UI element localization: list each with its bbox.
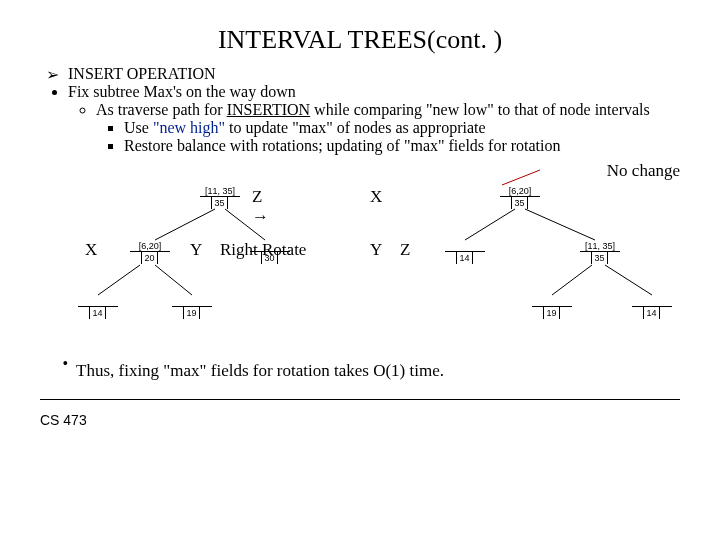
- node-interval: [632, 295, 672, 307]
- z-label: Z: [252, 187, 262, 207]
- new-high: "new high": [153, 119, 225, 136]
- node-max: 19: [544, 307, 560, 319]
- text: Use: [124, 119, 153, 136]
- left-root-node: [11, 35] 35: [200, 185, 240, 209]
- node-interval: [78, 295, 118, 307]
- svg-line-6: [552, 265, 592, 295]
- left-y-node: [6,20] 20: [130, 240, 170, 264]
- node-interval: [6,20]: [130, 240, 170, 252]
- bullet-dot: •: [40, 355, 76, 381]
- text: while comparing "new low" to that of nod…: [310, 101, 650, 118]
- node-interval: [11, 35]: [200, 185, 240, 197]
- svg-line-5: [525, 209, 595, 240]
- y-label-left: Y: [190, 240, 202, 260]
- bullet-use-new-high: Use "new high" to update "max" of nodes …: [124, 119, 680, 137]
- no-change-label: No change: [607, 161, 680, 181]
- right-leaf-19: 19: [532, 295, 572, 319]
- bullet-traverse: As traverse path for INSERTION while com…: [96, 101, 680, 119]
- svg-line-2: [98, 265, 140, 295]
- x-label-right: X: [370, 187, 382, 207]
- bullet-list: INSERT OPERATION Fix subtree Max's on th…: [40, 65, 680, 155]
- right-z-node: [11, 35] 35: [580, 240, 620, 264]
- footer: CS 473: [40, 399, 680, 428]
- text: to update "max" of nodes as appropriate: [225, 119, 486, 136]
- node-max: 30: [262, 252, 278, 264]
- node-max: 35: [212, 197, 228, 209]
- node-max: 35: [512, 197, 528, 209]
- node-interval: [532, 295, 572, 307]
- svg-line-3: [155, 265, 192, 295]
- node-interval: [172, 295, 212, 307]
- right-leaf-14b: 14: [632, 295, 672, 319]
- svg-line-7: [605, 265, 652, 295]
- node-interval: [445, 240, 485, 252]
- page-title: INTERVAL TREES(cont. ): [40, 25, 680, 55]
- y-label-right: Y: [370, 240, 382, 260]
- bullet-insert-op: INSERT OPERATION: [68, 65, 680, 83]
- svg-line-0: [155, 209, 215, 240]
- text: As traverse path for: [96, 101, 227, 118]
- svg-line-8: [502, 170, 540, 185]
- node-max: 35: [592, 252, 608, 264]
- node-interval: [250, 240, 290, 252]
- right-root-node: [6,20] 35: [500, 185, 540, 209]
- right-leaf-14: 14: [445, 240, 485, 264]
- x-label-left: X: [85, 240, 97, 260]
- node-max: 19: [184, 307, 200, 319]
- bullet-restore: Restore balance with rotations; updating…: [124, 137, 680, 155]
- node-max: 14: [90, 307, 106, 319]
- node-interval: [6,20]: [500, 185, 540, 197]
- node-max: 14: [457, 252, 473, 264]
- left-leaf-14: 14: [78, 295, 118, 319]
- left-subtree-30: 30: [250, 240, 290, 264]
- left-leaf-19: 19: [172, 295, 212, 319]
- svg-line-4: [465, 209, 515, 240]
- node-max: 20: [142, 252, 158, 264]
- z-label-right: Z: [400, 240, 410, 260]
- arrow-icon: →: [252, 207, 269, 227]
- diagram: No change [11, 35] 35 Z → X [6,20] 20 Y …: [40, 165, 680, 355]
- bullet-fix: Fix subtree Max's on the way down: [68, 83, 680, 101]
- conclusion-text: Thus, fixing "max" fields for rotation t…: [76, 361, 444, 381]
- node-max: 14: [644, 307, 660, 319]
- node-interval: [11, 35]: [580, 240, 620, 252]
- conclusion-row: • Thus, fixing "max" fields for rotation…: [40, 355, 680, 381]
- insertion-word: INSERTION: [227, 101, 310, 118]
